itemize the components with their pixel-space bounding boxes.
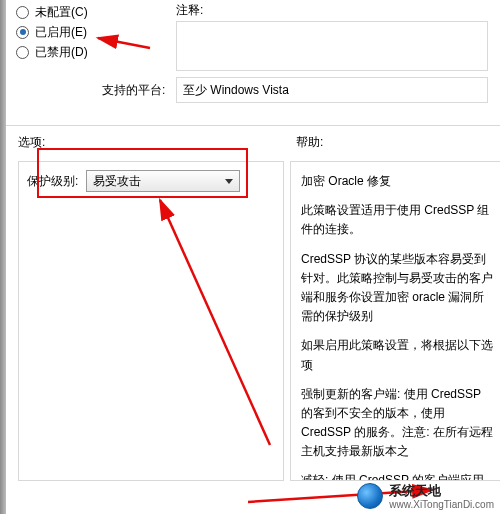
radio-icon (16, 26, 29, 39)
watermark: 系统天地 www.XiTongTianDi.com (357, 482, 494, 510)
options-heading: 选项: (12, 130, 290, 161)
platform-label: 支持的平台: (16, 82, 176, 99)
radio-icon (16, 46, 29, 59)
comment-label: 注释: (176, 2, 490, 19)
radio-disabled[interactable]: 已禁用(D) (16, 42, 176, 62)
radio-label: 未配置(C) (35, 4, 88, 21)
protection-level-label: 保护级别: (27, 173, 78, 190)
radio-enabled[interactable]: 已启用(E) (16, 22, 176, 42)
protection-level-dropdown[interactable]: 易受攻击 (86, 170, 240, 192)
help-text: 如果启用此策略设置，将根据以下选项 (301, 336, 496, 374)
platform-value: 至少 Windows Vista (183, 83, 289, 97)
help-text: CredSSP 协议的某些版本容易受到针对。此策略控制与易受攻击的客户端和服务你… (301, 250, 496, 327)
help-text: 减轻: 使用 CredSSP 的客户端应用程序本，但使用 CredSSP 的服务… (301, 471, 496, 481)
divider (6, 125, 500, 126)
chevron-down-icon (225, 179, 233, 184)
radio-label: 已禁用(D) (35, 44, 88, 61)
help-text: 强制更新的客户端: 使用 CredSSP 的客到不安全的版本，使用 CredSS… (301, 385, 496, 462)
dropdown-value: 易受攻击 (93, 173, 141, 190)
help-text: 此策略设置适用于使用 CredSSP 组件的连接。 (301, 201, 496, 239)
watermark-name: 系统天地 (389, 483, 441, 498)
radio-label: 已启用(E) (35, 24, 87, 41)
radio-icon (16, 6, 29, 19)
watermark-url: www.XiTongTianDi.com (389, 500, 494, 510)
help-panel: 加密 Oracle 修复 此策略设置适用于使用 CredSSP 组件的连接。 C… (290, 161, 500, 481)
watermark-logo-icon (357, 483, 383, 509)
help-title: 加密 Oracle 修复 (301, 172, 496, 191)
options-panel: 保护级别: 易受攻击 (18, 161, 284, 481)
help-heading: 帮助: (290, 130, 500, 161)
radio-not-configured[interactable]: 未配置(C) (16, 2, 176, 22)
platform-value-box: 至少 Windows Vista (176, 77, 488, 103)
comment-textarea[interactable] (176, 21, 488, 71)
